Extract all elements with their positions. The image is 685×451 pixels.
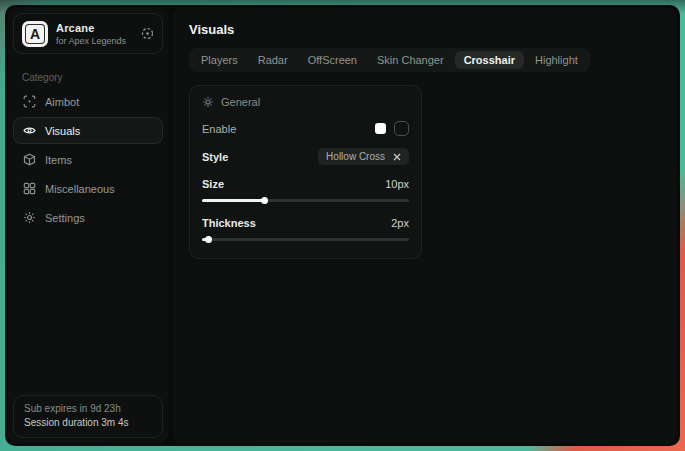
sidebar-item-aimbot[interactable]: Aimbot — [13, 88, 163, 115]
size-slider-thumb[interactable] — [261, 197, 268, 204]
size-label: Size — [202, 178, 224, 190]
desktop-background: A Arcane for Apex Legends Category — [0, 0, 685, 451]
enable-label: Enable — [202, 123, 236, 135]
tab-bar: Players Radar OffScreen Skin Changer Cro… — [189, 48, 590, 72]
sidebar-item-visuals[interactable]: Visuals — [13, 117, 163, 144]
sidebar-nav: Aimbot Visuals — [8, 88, 168, 231]
tab-offscreen[interactable]: OffScreen — [299, 51, 366, 69]
package-icon — [23, 153, 36, 166]
general-panel: General Enable Style Hollow Cross — [189, 85, 422, 259]
size-slider[interactable] — [202, 197, 409, 204]
thickness-slider[interactable] — [202, 236, 409, 243]
grid-icon — [23, 182, 36, 195]
sidebar-item-label: Items — [45, 154, 72, 166]
gear-sun-icon — [202, 96, 214, 108]
session-duration-text: Session duration 3m 4s — [24, 416, 152, 430]
tab-highlight[interactable]: Highlight — [526, 51, 587, 69]
enable-row: Enable — [202, 121, 409, 136]
category-label: Category — [22, 72, 168, 83]
thickness-label: Thickness — [202, 217, 256, 229]
style-row: Style Hollow Cross — [202, 148, 409, 165]
subscription-info: Sub expires in 9d 23h Session duration 3… — [13, 395, 163, 438]
thickness-header: Thickness 2px — [202, 217, 409, 229]
style-value: Hollow Cross — [326, 151, 385, 162]
style-select[interactable]: Hollow Cross — [318, 148, 409, 165]
brand-card: A Arcane for Apex Legends — [13, 13, 163, 54]
app-name: Arcane — [56, 22, 126, 34]
app-subtitle: for Apex Legends — [56, 36, 126, 46]
sidebar-item-settings[interactable]: Settings — [13, 204, 163, 231]
thickness-slider-thumb[interactable] — [205, 236, 212, 243]
sidebar-item-items[interactable]: Items — [13, 146, 163, 173]
sidebar: A Arcane for Apex Legends Category — [8, 8, 168, 443]
enable-controls — [375, 121, 409, 136]
thickness-value: 2px — [391, 217, 409, 229]
app-window: A Arcane for Apex Legends Category — [5, 5, 680, 446]
size-header: Size 10px — [202, 178, 409, 190]
sidebar-item-label: Miscellaneous — [45, 183, 115, 195]
style-label: Style — [202, 151, 228, 163]
size-slider-fill — [202, 199, 264, 202]
tab-crosshair[interactable]: Crosshair — [455, 51, 524, 69]
close-icon[interactable] — [393, 153, 401, 161]
sidebar-item-miscellaneous[interactable]: Miscellaneous — [13, 175, 163, 202]
enable-checkbox[interactable] — [394, 121, 409, 136]
sidebar-item-label: Visuals — [45, 125, 80, 137]
sidebar-item-label: Settings — [45, 212, 85, 224]
general-panel-title: General — [221, 96, 260, 108]
color-swatch[interactable] — [375, 123, 386, 134]
tab-players[interactable]: Players — [192, 51, 247, 69]
scan-target-icon[interactable] — [141, 27, 154, 40]
size-row: Size 10px — [202, 178, 409, 204]
crosshair-icon — [23, 95, 36, 108]
sidebar-item-label: Aimbot — [45, 96, 79, 108]
sub-expires-text: Sub expires in 9d 23h — [24, 402, 152, 416]
brand-text: Arcane for Apex Legends — [56, 22, 126, 46]
main-content: Visuals Players Radar OffScreen Skin Cha… — [173, 8, 677, 443]
thickness-row: Thickness 2px — [202, 217, 409, 243]
tab-radar[interactable]: Radar — [249, 51, 297, 69]
app-logo: A — [22, 21, 48, 47]
size-value: 10px — [385, 178, 409, 190]
thickness-slider-track[interactable] — [202, 238, 409, 241]
general-panel-header: General — [202, 96, 409, 108]
tab-skin-changer[interactable]: Skin Changer — [368, 51, 453, 69]
logo-letter: A — [30, 26, 40, 42]
page-title: Visuals — [189, 22, 661, 37]
eye-icon — [23, 124, 36, 137]
gear-icon — [23, 211, 36, 224]
